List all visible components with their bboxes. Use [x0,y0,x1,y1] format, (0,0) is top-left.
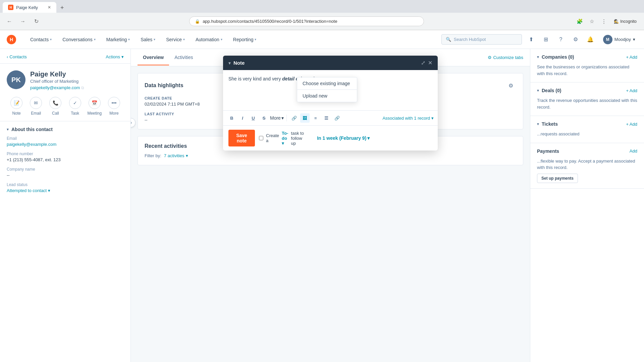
strikethrough-button[interactable]: S [259,113,269,123]
contact-avatar: PK [7,70,25,89]
nav-marketing[interactable]: Marketing ▾ [102,34,135,45]
actions-chevron-icon: ▾ [121,54,124,59]
underline-button[interactable]: U [249,113,258,123]
about-lead-status-field: Lead status Attempted to contact ▾ [7,182,124,193]
associated-records-button[interactable]: Associated with 1 record ▾ [382,116,434,121]
note-modal-title: Note [233,60,418,66]
more-formatting-button[interactable]: More ▾ [270,115,284,121]
nav-sales[interactable]: Sales ▾ [136,34,160,45]
save-note-button[interactable]: Save note [228,130,255,146]
settings-button[interactable]: ⚙ [570,34,581,45]
follow-up-section: Create a To-do ▾ task to follow up [259,131,304,146]
tickets-chevron-icon[interactable]: ▾ [537,122,539,126]
payments-title: Payments [537,148,627,154]
italic-button[interactable]: I [238,113,247,123]
incognito-icon: 🕵 [614,19,619,24]
contact-name: Paige Kelly [30,70,84,78]
follow-up-checkbox[interactable] [259,135,263,141]
modal-expand-button[interactable]: ⤢ [421,60,425,66]
companies-description: See the businesses or organizations asso… [537,64,637,77]
back-to-contacts[interactable]: ‹ Contacts [7,54,27,59]
upgrades-button[interactable]: ⬆ [526,34,537,45]
align-button[interactable]: ≡ [311,113,320,123]
attachment-button[interactable]: 🔗 [332,113,342,123]
help-button[interactable]: ? [555,34,566,45]
back-chevron-icon: ‹ [7,54,8,59]
nav-reporting[interactable]: Reporting ▾ [228,34,261,45]
add-payment-button[interactable]: Add [630,148,637,154]
refresh-button[interactable]: ↻ [31,16,42,27]
note-footer: Save note Create a To-do ▾ task to follo… [223,125,438,150]
about-section-header[interactable]: ▾ About this contact [7,127,124,132]
task-action[interactable]: ✓ Task [65,97,85,116]
contact-email[interactable]: paigekelly@example.com ⧉ [30,85,84,90]
add-deal-button[interactable]: + Add [626,88,637,93]
modal-collapse-icon[interactable]: ▾ [228,60,231,66]
image-menu-dropdown: Choose existing image Upload new [297,77,357,102]
automation-nav-chevron: ▾ [221,38,222,41]
nav-automation[interactable]: Automation ▾ [191,34,227,45]
active-tab[interactable]: H Paige Kelly ✕ [3,2,56,13]
back-button[interactable]: ← [4,16,15,27]
tab-close[interactable]: ✕ [48,5,51,10]
reporting-nav-chevron: ▾ [255,38,256,41]
deals-description: Track the revenue opportunities associat… [537,97,637,110]
call-action-icon: 📞 [49,97,61,109]
marketplace-button[interactable]: ⊞ [541,34,551,45]
note-modal-overlay: ▾ Note ⤢ ✕ She is very kind and very det… [131,49,530,362]
choose-existing-image-item[interactable]: Choose existing image [297,77,357,89]
bold-button[interactable]: B [227,113,236,123]
new-tab-button[interactable]: + [58,3,67,13]
link-button[interactable]: 🔗 [289,113,299,123]
todo-link[interactable]: To-do ▾ [282,131,288,146]
note-action[interactable]: 📝 Note [7,97,26,116]
meeting-action[interactable]: 📅 Meeting [85,97,104,116]
notifications-button[interactable]: 🔔 [585,34,596,45]
hubspot-app: H Contacts ▾ Conversations ▾ Marketing ▾… [0,30,644,362]
topnav-right: 🔍 Search HubSpot ⬆ ⊞ ? ⚙ 🔔 M Moodjoy ▾ [441,33,639,46]
toolbar-separator [286,115,287,121]
call-action[interactable]: 📞 Call [46,97,65,116]
forward-button[interactable]: → [17,16,28,27]
companies-chevron-icon[interactable]: ▾ [537,55,539,59]
note-modal: ▾ Note ⤢ ✕ She is very kind and very det… [223,56,438,150]
contact-title: Chief officer of Marketing [30,79,84,84]
follow-up-date-button[interactable]: In 1 week (February 9) ▾ [317,135,432,141]
email-action-icon: ✉ [30,97,42,109]
deals-chevron-icon[interactable]: ▾ [537,88,539,93]
service-nav-chevron: ▾ [183,38,185,41]
incognito-label[interactable]: 🕵 Incognito [610,18,640,25]
payments-section-header: Payments Add [537,148,637,154]
main-nav: Contacts ▾ Conversations ▾ Marketing ▾ S… [25,34,441,45]
note-modal-body[interactable]: She is very kind and very detail oriente… [223,70,438,110]
nav-contacts[interactable]: Contacts ▾ [25,34,56,45]
address-bar[interactable]: 🔒 app.hubspot.com/contacts/45105500/reco… [189,16,424,26]
nav-service[interactable]: Service ▾ [161,34,190,45]
browser-menu-button[interactable]: ⋮ [598,16,609,27]
extensions-button[interactable]: 🧩 [574,16,585,27]
add-ticket-button[interactable]: + Add [626,122,637,127]
upload-new-item[interactable]: Upload new [297,90,357,102]
date-chevron-icon: ▾ [367,135,370,141]
actions-button[interactable]: Actions ▾ [106,54,124,59]
hubspot-logo[interactable]: H [5,34,17,46]
deals-section: ▾ Deals (0) + Add Track the revenue oppo… [530,82,644,116]
email-action[interactable]: ✉ Email [26,97,46,116]
list-button[interactable]: ☰ [322,113,331,123]
star-button[interactable]: ☆ [586,16,597,27]
associated-chevron-icon: ▾ [431,116,434,121]
more-chevron-icon: ▾ [281,115,284,121]
modal-close-button[interactable]: ✕ [428,60,432,66]
more-action[interactable]: ••• More [104,97,124,116]
copy-icon[interactable]: ⧉ [81,85,84,90]
user-menu-button[interactable]: M Moodjoy ▾ [600,33,639,46]
note-action-icon: 📝 [10,97,22,109]
modal-header-actions: ⤢ ✕ [421,60,432,66]
center-content: » Overview Activities ⚙ Customize tabs D… [131,49,530,362]
task-action-icon: ✓ [69,97,81,109]
setup-payments-button[interactable]: Set up payments [537,174,578,183]
global-search[interactable]: 🔍 Search HubSpot [441,34,522,45]
nav-conversations[interactable]: Conversations ▾ [58,34,100,45]
add-company-button[interactable]: + Add [626,55,637,60]
image-button[interactable]: 🖼 [300,113,310,123]
